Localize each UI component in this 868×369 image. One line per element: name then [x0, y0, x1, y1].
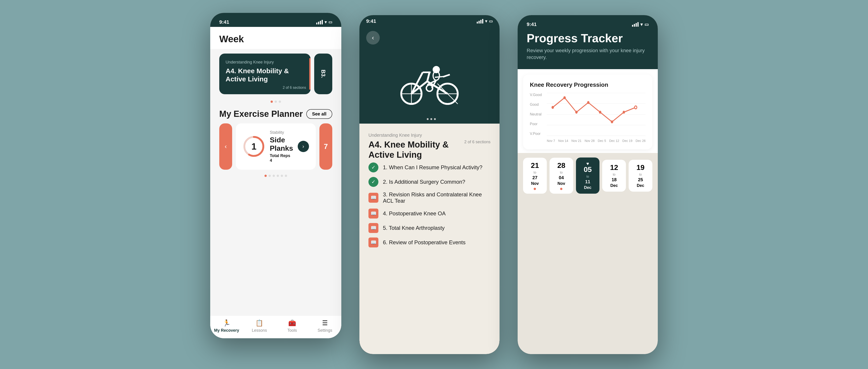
week-month: Dec	[610, 183, 618, 188]
lesson-subtitle: Understanding Knee Injury	[368, 133, 491, 138]
svg-point-20	[552, 106, 554, 109]
week-to: to	[534, 171, 536, 174]
status-icons-1: ▾ ▭	[316, 20, 332, 25]
week-to: to	[586, 175, 589, 178]
exercise-prev[interactable]: ‹	[219, 123, 232, 170]
chart-y-label: Poor	[530, 122, 546, 126]
lesson-list: ✓ 1. When Can I Resume Physical Activity…	[368, 162, 491, 247]
tools-icon: 🧰	[288, 319, 296, 327]
phone-1: 9:41 ▾ ▭ Week	[210, 13, 341, 338]
list-item[interactable]: 📖 4. Postoperative Knee OA	[368, 209, 491, 218]
week-range: 18	[612, 177, 617, 182]
week-range: 11	[585, 179, 590, 184]
lesson-item-text: 2. Is Additional Surgery Common?	[383, 179, 465, 185]
exercise-next[interactable]: 7	[319, 123, 332, 170]
list-item[interactable]: 📖 6. Review of Postoperative Events	[368, 238, 491, 247]
status-time-1: 9:41	[219, 19, 229, 25]
progress-tracker-subtitle: Review your weekly progression with your…	[527, 47, 649, 61]
check-icon: ✓	[368, 177, 378, 187]
lesson-item-text: 4. Postoperative Knee OA	[383, 210, 446, 217]
svg-point-22	[575, 111, 578, 114]
exercise-number: 1	[251, 142, 256, 152]
settings-icon: ☰	[322, 319, 328, 327]
week-range: 04	[559, 175, 564, 180]
bike-illustration	[360, 48, 500, 115]
exercise-next-arrow[interactable]: ›	[298, 141, 309, 152]
nav-recovery-label: My Recovery	[214, 328, 239, 333]
list-item[interactable]: ✓ 2. Is Additional Surgery Common?	[368, 177, 491, 187]
lesson-progress: 2 of 6 sections	[464, 140, 491, 144]
lesson-card-1[interactable]: Understanding Knee Injury A4. Knee Mobil…	[219, 54, 311, 94]
phone-3: 9:41 ▾ ▭ Progress Tracker Review your we…	[518, 15, 658, 354]
exercise-reps: Total Reps 4	[270, 153, 293, 163]
chart-x-label: Nov 21	[571, 139, 581, 143]
recovery-chart: V.Good Good Neutral Poor V.Poor	[530, 93, 646, 143]
back-button[interactable]: ‹	[366, 31, 380, 44]
week-item-12[interactable]: 12 to 18 Dec	[602, 160, 626, 192]
status-time-2: 9:41	[366, 18, 376, 24]
status-time-3: 9:41	[527, 22, 537, 27]
svg-point-14	[426, 85, 433, 91]
week-num: 05	[584, 165, 592, 174]
week-item-19[interactable]: 19 to 25 Dec	[629, 160, 652, 192]
svg-point-27	[634, 106, 637, 109]
nav-tools-label: Tools	[287, 328, 297, 333]
check-icon: ✓	[368, 162, 378, 173]
nav-lessons[interactable]: 📋 Lessons	[243, 319, 276, 333]
chart-y-label: V.Poor	[530, 132, 546, 136]
book-icon: 📖	[368, 193, 378, 203]
lesson-item-text: 5. Total Knee Arthroplasty	[383, 225, 445, 231]
week-to: to	[613, 173, 616, 176]
nav-my-recovery[interactable]: 🏃 My Recovery	[210, 319, 243, 333]
chart-x-label: Dec 26	[636, 139, 646, 143]
card-title-2: B3.	[320, 70, 327, 78]
nav-settings[interactable]: ☰ Settings	[309, 319, 341, 333]
week-range: 25	[638, 177, 643, 182]
week-num: 28	[557, 161, 565, 170]
progress-tracker-title: Progress Tracker	[527, 31, 649, 45]
lesson-card-2[interactable]: B3.	[314, 54, 332, 94]
chart-x-label: Nov 28	[585, 139, 594, 143]
week-selector: 21 to 27 Nov 28 to 04 Nov ♥ 05	[523, 157, 652, 194]
lesson-item-text: 3. Revision Risks and Contralateral Knee…	[383, 191, 491, 204]
week-num: 21	[531, 161, 539, 170]
exercise-dots	[210, 175, 341, 177]
book-icon: 📖	[368, 209, 378, 218]
week-month: Nov	[531, 181, 539, 186]
chart-y-label: Good	[530, 102, 546, 106]
bottom-nav: 🏃 My Recovery 📋 Lessons 🧰 Tools ☰ Settin…	[210, 315, 341, 338]
card-subtitle-1: Understanding Knee Injury	[225, 60, 304, 65]
slide-dots	[360, 118, 500, 120]
week-num: 19	[637, 163, 645, 172]
chart-section: Knee Recovery Progression V.Good Good Ne…	[523, 74, 652, 149]
exercise-total: 7	[324, 142, 328, 151]
list-item[interactable]: ✓ 1. When Can I Resume Physical Activity…	[368, 162, 491, 173]
exercise-card[interactable]: 1 Stability Side Planks Total Reps 4 ›	[236, 123, 315, 170]
exercise-name: Side Planks	[270, 136, 293, 153]
week-indicator-dot	[534, 188, 536, 190]
week-month: Dec	[584, 185, 591, 190]
chart-x-label: Nov 7	[547, 139, 555, 143]
nav-tools[interactable]: 🧰 Tools	[276, 319, 309, 333]
chart-y-label: Neutral	[530, 112, 546, 116]
week-item-28[interactable]: 28 to 04 Nov	[550, 158, 573, 194]
chart-title: Knee Recovery Progression	[530, 81, 646, 88]
chart-x-label: Nov 14	[558, 139, 568, 143]
list-item[interactable]: 📖 5. Total Knee Arthroplasty	[368, 223, 491, 233]
week-item-05[interactable]: ♥ 05 to 11 Dec	[576, 157, 600, 194]
nav-lessons-label: Lessons	[252, 328, 267, 333]
week-to: to	[639, 173, 642, 176]
see-all-button[interactable]: See all	[306, 109, 332, 119]
book-icon: 📖	[368, 223, 378, 233]
svg-point-21	[563, 96, 565, 99]
section-title: My Exercise Planner	[219, 109, 303, 119]
week-indicator-dot	[560, 188, 562, 190]
svg-line-10	[427, 72, 430, 81]
list-item[interactable]: 📖 3. Revision Risks and Contralateral Kn…	[368, 191, 491, 204]
page-header-1: Week	[210, 27, 341, 49]
week-month: Nov	[557, 181, 565, 186]
week-item-21[interactable]: 21 to 27 Nov	[523, 158, 547, 194]
svg-point-24	[599, 111, 601, 114]
chart-x-label: Dec 5	[598, 139, 606, 143]
chart-y-label: V.Good	[530, 93, 546, 97]
